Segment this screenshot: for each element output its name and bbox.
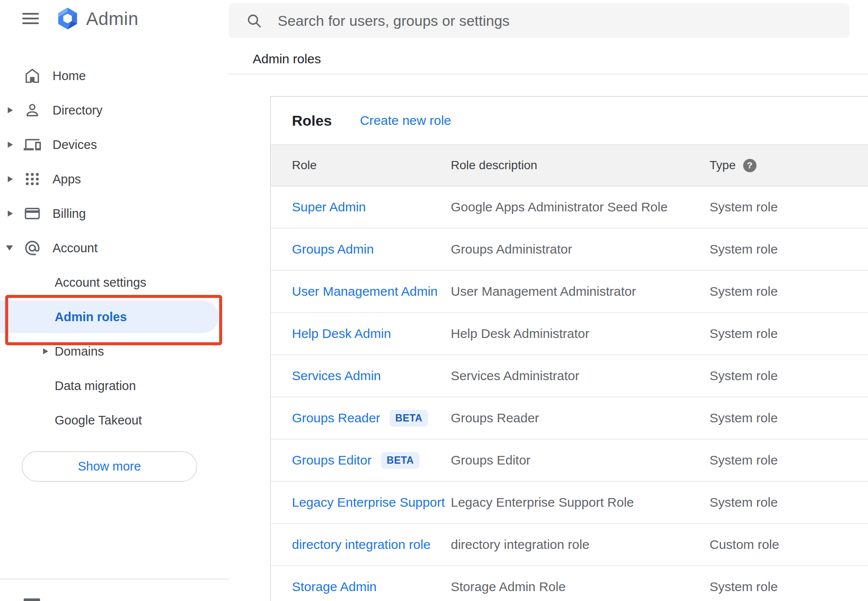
table-body: Super AdminGoogle Apps Administrator See… [271,186,868,601]
role-type: System role [710,411,868,425]
chevron-right-icon[interactable] [8,162,13,196]
role-type: System role [710,369,868,383]
table-row: directory integration roledirectory inte… [271,524,868,566]
product-title: Admin [86,9,139,29]
admin-console-page: Admin HomeDirectoryDevicesAppsBillingAcc… [0,0,868,601]
role-cell: Groups ReaderBETA [271,410,451,427]
column-type: Type ? [710,158,868,172]
sidebar-nav: HomeDirectoryDevicesAppsBillingAccountAc… [0,59,229,437]
role-link[interactable]: Services Admin [292,369,381,383]
role-link[interactable]: Help Desk Admin [292,326,391,341]
sidebar-item-directory[interactable]: Directory [0,93,229,127]
role-description: Services Administrator [451,369,710,383]
sidebar-item-home[interactable]: Home [0,59,229,93]
sidebar: Admin HomeDirectoryDevicesAppsBillingAcc… [0,0,229,601]
chevron-right-icon[interactable] [8,93,13,127]
role-cell: Groups EditorBETA [271,452,451,469]
table-row: Groups ReaderBETAGroups ReaderSystem rol… [271,397,868,440]
sidebar-item-label: Home [53,69,86,83]
help-icon[interactable]: ? [743,159,756,172]
role-description: User Management Administrator [451,284,710,299]
sidebar-item-label: Apps [53,172,81,186]
chevron-right-icon[interactable] [8,127,13,162]
admin-logo-icon [55,6,80,31]
apps-grid-icon [24,170,41,188]
role-link[interactable]: Legacy Enterprise Support [292,495,445,510]
beta-badge: BETA [381,452,419,469]
sidebar-item-account-settings[interactable]: Account settings [0,265,229,300]
role-description: Storage Admin Role [451,579,710,594]
at-sign-icon [24,239,41,257]
role-type: Custom role [710,537,868,552]
sidebar-item-data-migration[interactable]: Data migration [0,369,229,403]
role-description: Legacy Enterprise Support Role [451,495,710,510]
role-link[interactable]: Groups Reader [292,411,380,425]
chevron-right-icon[interactable] [8,196,13,231]
sidebar-item-label: Data migration [55,379,136,393]
roles-card: Roles Create new role Role Role descript… [270,96,868,601]
role-description: Groups Administrator [451,242,710,257]
role-type: System role [710,495,868,510]
card-title: Roles [292,97,332,144]
table-row: Super AdminGoogle Apps Administrator See… [271,186,868,229]
show-more-button[interactable]: Show more [22,451,197,482]
sidebar-item-account[interactable]: Account [0,231,229,265]
role-description: Groups Reader [451,411,710,425]
global-search-bar[interactable] [229,3,849,38]
sidebar-item-billing[interactable]: Billing [0,196,229,231]
role-link[interactable]: Super Admin [292,200,366,214]
column-role-description: Role description [451,158,710,172]
table-row: Groups AdminGroups AdministratorSystem r… [271,229,868,271]
role-cell: Legacy Enterprise Support [271,495,451,510]
role-cell: Groups Admin [271,242,451,257]
table-column-header: Role Role description Type ? [271,144,868,186]
home-icon [24,67,41,84]
sidebar-item-apps[interactable]: Apps [0,162,229,196]
table-row: Legacy Enterprise SupportLegacy Enterpri… [271,482,868,524]
search-icon [246,12,262,29]
role-type: System role [710,200,868,214]
table-row: Help Desk AdminHelp Desk AdministratorSy… [271,313,868,355]
role-type: System role [710,242,868,257]
create-new-role-link[interactable]: Create new role [360,97,451,144]
table-row: User Management AdminUser Management Adm… [271,271,868,313]
role-cell: Help Desk Admin [271,326,451,341]
sidebar-item-label: Directory [53,103,102,118]
sidebar-item-label: Devices [53,138,97,152]
brand-bar: Admin [0,0,229,39]
role-description: Google Apps Administrator Seed Role [451,200,710,214]
beta-badge: BETA [390,410,428,427]
role-link[interactable]: directory integration role [292,537,431,552]
table-row: Storage AdminStorage Admin RoleSystem ro… [271,566,868,601]
role-cell: Services Admin [271,369,451,383]
role-link[interactable]: Groups Admin [292,242,374,257]
sidebar-divider [0,579,229,579]
chevron-down-icon[interactable] [6,231,13,265]
billing-card-icon [24,205,41,222]
role-link[interactable]: Groups Editor [292,453,372,468]
sidebar-item-google-takeout[interactable]: Google Takeout [0,403,229,437]
table-row: Services AdminServices AdministratorSyst… [271,355,868,397]
column-role: Role [271,158,451,172]
header-divider [229,74,868,74]
role-link[interactable]: User Management Admin [292,284,438,299]
role-type: System role [710,453,868,468]
sidebar-item-domains[interactable]: Domains [0,334,229,369]
chevron-right-icon[interactable] [43,334,48,369]
hamburger-menu-icon[interactable] [22,13,39,24]
search-input[interactable] [277,7,849,34]
sidebar-item-label: Account [53,241,98,255]
sidebar-item-label: Account settings [55,276,146,290]
role-description: directory integration role [451,537,710,552]
sidebar-item-devices[interactable]: Devices [0,127,229,162]
role-cell: Storage Admin [271,579,451,594]
role-cell: Super Admin [271,200,451,214]
role-description: Groups Editor [451,453,710,468]
person-icon [24,102,41,119]
sidebar-item-admin-roles[interactable]: Admin roles [0,300,229,334]
roles-card-header: Roles Create new role [271,97,868,144]
clipped-bottom-icon [24,598,40,601]
sidebar-item-label: Google Takeout [55,413,142,428]
breadcrumb: Admin roles [253,52,321,66]
role-link[interactable]: Storage Admin [292,579,377,594]
